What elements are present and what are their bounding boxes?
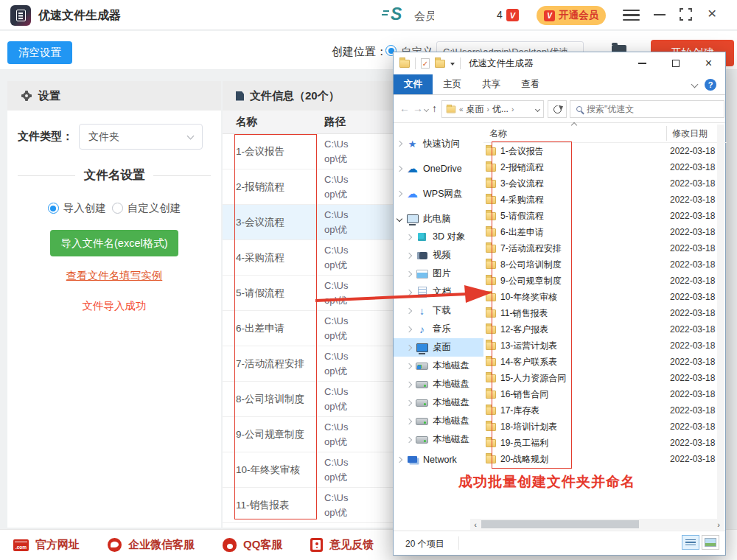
member-label[interactable]: 会员 [414, 10, 434, 24]
scroll-left-icon[interactable]: ‹ [470, 520, 481, 529]
up-icon[interactable]: ↑ [432, 102, 437, 114]
tab-home[interactable]: 主页 [433, 74, 472, 94]
horizontal-scrollbar[interactable]: ‹ › [470, 519, 724, 530]
chevron-collapsed-icon[interactable] [406, 399, 412, 405]
explorer-file-row[interactable]: 19-员工福利2022-03-18 [483, 435, 727, 451]
explorer-maximize-icon[interactable] [659, 52, 692, 74]
explorer-close-icon[interactable]: × [692, 52, 725, 74]
import-filenames-button[interactable]: 导入文件名(excel格式) [50, 230, 178, 256]
nav-item-objects-3d[interactable]: 3D 对象 [394, 228, 483, 246]
chevron-collapsed-icon[interactable] [406, 326, 412, 332]
explorer-file-row[interactable]: 12-客户报表2022-03-18 [483, 321, 727, 337]
explorer-file-row[interactable]: 17-库存表2022-03-18 [483, 402, 727, 419]
qat-dropdown-icon[interactable] [450, 63, 455, 66]
explorer-file-row[interactable]: 9-公司规章制度2022-03-18 [483, 273, 727, 289]
history-dropdown-icon[interactable] [424, 107, 429, 112]
explorer-file-row[interactable]: 6-出差申请2022-03-18 [483, 224, 727, 240]
chevron-collapsed-icon[interactable] [406, 344, 412, 350]
tab-share[interactable]: 共享 [472, 74, 511, 94]
breadcrumb[interactable]: « 桌面 › 优... › [441, 100, 544, 118]
explorer-search-input[interactable]: 搜索"优速文 [570, 100, 724, 118]
nav-item-local-disk-3[interactable]: 本地磁盘 [394, 412, 483, 430]
explorer-file-row[interactable]: 2-报销流程2022-03-18 [483, 159, 727, 175]
explorer-file-row[interactable]: 4-采购流程2022-03-18 [483, 192, 727, 208]
tab-file[interactable]: 文件 [394, 74, 433, 94]
tab-view[interactable]: 查看 [511, 74, 550, 94]
nav-item-onedrive[interactable]: OneDrive [394, 160, 483, 178]
scrollbar-thumb[interactable] [481, 520, 639, 528]
thumbnail-view-icon[interactable] [702, 535, 719, 550]
explorer-file-row[interactable]: 1-会议报告2022-03-18 [483, 143, 727, 159]
vertical-scrollbar[interactable] [717, 125, 724, 519]
nav-item-local-disk-4[interactable]: 本地磁盘 [394, 430, 483, 449]
column-name[interactable]: 名称 [223, 115, 324, 129]
nav-item-local-disk-c[interactable]: 本地磁盘 [394, 357, 483, 375]
chevron-collapsed-icon[interactable] [397, 141, 402, 147]
wechat-link[interactable]: 企业微信客服 [108, 538, 195, 552]
chevron-collapsed-icon[interactable] [406, 436, 412, 442]
explorer-file-row[interactable]: 15-人力资源合同2022-03-18 [483, 370, 727, 386]
column-path[interactable]: 路径 [324, 115, 346, 129]
nav-item-network[interactable]: Network [394, 451, 483, 469]
close-icon[interactable]: × [708, 4, 716, 22]
explorer-file-row[interactable]: 20-战略规划2022-03-18 [483, 451, 727, 467]
explorer-file-row[interactable]: 11-销售报表2022-03-18 [483, 305, 727, 321]
nav-item-this-pc[interactable]: 此电脑 [394, 210, 483, 228]
breadcrumb-desktop[interactable]: 桌面 [467, 103, 484, 116]
website-link[interactable]: .com官方网址 [13, 538, 80, 552]
help-icon[interactable]: ? [705, 79, 716, 91]
custom-create-radio[interactable]: 自定义创建 [112, 201, 181, 215]
chevron-collapsed-icon[interactable] [406, 270, 412, 276]
details-view-icon[interactable] [682, 535, 699, 550]
upgrade-member-button[interactable]: V 开通会员 [537, 6, 606, 25]
explorer-file-row[interactable]: 14-客户联系表2022-03-18 [483, 354, 727, 370]
chevron-collapsed-icon[interactable] [406, 381, 412, 387]
nav-item-downloads[interactable]: 下载 [394, 301, 483, 320]
explorer-file-row[interactable]: 3-会议流程2022-03-18 [483, 175, 727, 192]
explorer-minimize-icon[interactable] [626, 52, 659, 74]
nav-item-local-disk-2[interactable]: 本地磁盘 [394, 393, 483, 412]
chevron-collapsed-icon[interactable] [397, 457, 402, 463]
chevron-expanded-icon[interactable] [397, 216, 402, 222]
view-example-link[interactable]: 查看文件名填写实例 [66, 269, 163, 283]
clear-settings-button[interactable]: 清空设置 [7, 41, 72, 64]
file-type-select[interactable]: 文件夹 [79, 124, 203, 150]
explorer-file-row[interactable]: 16-销售合同2022-03-18 [483, 386, 727, 402]
explorer-file-row[interactable]: 8-公司培训制度2022-03-18 [483, 256, 727, 273]
chevron-collapsed-icon[interactable] [397, 191, 402, 197]
new-folder-icon[interactable] [435, 60, 445, 68]
back-icon[interactable]: ← [399, 102, 410, 114]
nav-item-desktop[interactable]: 桌面 [394, 338, 483, 357]
nav-item-documents[interactable]: 文档 [394, 283, 483, 301]
explorer-file-row[interactable]: 18-培训计划表2022-03-18 [483, 419, 727, 435]
nav-item-music[interactable]: 音乐 [394, 320, 483, 338]
minimize-icon[interactable] [654, 14, 666, 15]
nav-item-quick-access[interactable]: 快速访问 [394, 135, 483, 153]
menu-icon[interactable] [623, 10, 640, 21]
nav-item-wps-drive[interactable]: WPS网盘 [394, 185, 483, 203]
explorer-file-row[interactable]: 10-年终奖审核2022-03-18 [483, 289, 727, 305]
column-name[interactable]: 名称 [489, 127, 507, 140]
chevron-collapsed-icon[interactable] [406, 363, 412, 368]
column-date-modified[interactable]: 修改日期 [672, 127, 708, 140]
chevron-collapsed-icon[interactable] [406, 252, 412, 258]
chevron-collapsed-icon[interactable] [406, 307, 412, 313]
breadcrumb-current[interactable]: 优... [492, 103, 509, 116]
nav-item-local-disk-1[interactable]: 本地磁盘 [394, 375, 483, 393]
refresh-button[interactable] [548, 100, 567, 118]
maximize-icon[interactable] [680, 8, 692, 24]
scroll-right-icon[interactable]: › [713, 520, 724, 529]
explorer-file-row[interactable]: 13-运营计划表2022-03-18 [483, 337, 727, 354]
sort-ascending-icon[interactable] [571, 122, 577, 128]
explorer-file-row[interactable]: 7-活动流程安排2022-03-18 [483, 240, 727, 256]
chevron-collapsed-icon[interactable] [406, 289, 412, 295]
explorer-file-row[interactable]: 5-请假流程2022-03-18 [483, 208, 727, 224]
feedback-link[interactable]: 意见反馈 [310, 538, 374, 552]
properties-check-icon[interactable]: ✓ [421, 58, 430, 69]
chevron-collapsed-icon[interactable] [397, 166, 402, 172]
nav-item-pictures[interactable]: 图片 [394, 265, 483, 283]
breadcrumb-dropdown-icon[interactable] [535, 106, 540, 111]
nav-item-videos[interactable]: 视频 [394, 246, 483, 265]
qq-link[interactable]: QQ客服 [223, 538, 282, 552]
chevron-collapsed-icon[interactable] [406, 418, 412, 424]
